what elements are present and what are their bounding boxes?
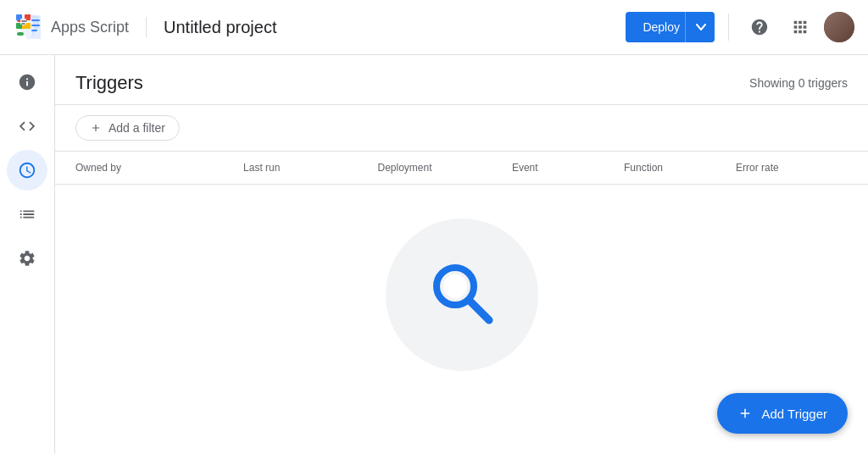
deploy-btn-divider — [685, 12, 686, 42]
header-right: Deploy — [626, 10, 854, 44]
col-header-error-rate: Error rate — [736, 162, 848, 174]
col-header-event: Event — [512, 162, 624, 174]
deploy-dropdown-arrow[interactable] — [687, 12, 715, 42]
help-icon — [750, 18, 769, 36]
header-left: Apps Script Untitled project — [14, 12, 626, 42]
svg-line-11 — [470, 301, 489, 320]
settings-icon — [18, 249, 36, 268]
showing-triggers-count: Showing 0 triggers — [749, 76, 848, 90]
vertical-divider — [728, 14, 729, 41]
user-avatar[interactable] — [824, 12, 854, 42]
app-name: Apps Script — [51, 19, 129, 36]
svg-point-10 — [443, 274, 467, 298]
sidebar-item-info[interactable] — [7, 62, 47, 102]
triggers-title: Triggers — [75, 72, 143, 94]
deploy-button[interactable]: Deploy — [626, 12, 715, 42]
sidebar-item-executions[interactable] — [7, 194, 47, 235]
magnifier-icon — [420, 252, 504, 337]
header: Apps Script Untitled project Deploy — [0, 0, 868, 55]
svg-rect-2 — [17, 32, 24, 36]
empty-state-circle — [386, 219, 538, 371]
avatar-image — [824, 12, 854, 42]
add-trigger-area: Add Trigger — [717, 393, 848, 434]
clock-icon — [18, 161, 36, 180]
add-trigger-button[interactable]: Add Trigger — [717, 393, 848, 434]
help-button[interactable] — [743, 10, 776, 44]
col-header-function: Function — [624, 162, 736, 174]
deploy-button-label: Deploy — [643, 20, 683, 34]
add-filter-label: Add a filter — [108, 121, 165, 135]
apps-grid-icon — [791, 18, 810, 36]
code-icon — [18, 117, 36, 136]
sidebar-item-settings[interactable] — [7, 238, 47, 279]
table-header: Owned by Last run Deployment Event Funct… — [55, 152, 868, 185]
sidebar-item-code[interactable] — [7, 106, 47, 147]
add-trigger-label: Add Trigger — [761, 407, 827, 421]
info-icon — [18, 73, 36, 91]
chevron-down-icon — [696, 24, 706, 30]
sidebar-item-triggers[interactable] — [7, 150, 47, 191]
add-filter-button[interactable]: Add a filter — [75, 115, 180, 141]
add-trigger-plus-icon — [737, 406, 753, 421]
apps-script-logo-icon — [14, 12, 44, 42]
header-divider — [146, 17, 147, 37]
filter-bar: Add a filter — [55, 105, 868, 152]
apps-grid-button[interactable] — [783, 10, 817, 44]
sidebar — [0, 55, 55, 454]
plus-icon — [90, 122, 102, 134]
col-header-last-run: Last run — [243, 162, 377, 174]
apps-script-logo: Apps Script — [14, 12, 129, 42]
project-name[interactable]: Untitled project — [164, 18, 276, 37]
list-icon — [18, 205, 36, 224]
triggers-header: Triggers Showing 0 triggers — [55, 55, 868, 105]
col-header-deployment: Deployment — [377, 162, 511, 174]
empty-state — [55, 185, 868, 388]
col-header-owned-by: Owned by — [75, 162, 243, 174]
